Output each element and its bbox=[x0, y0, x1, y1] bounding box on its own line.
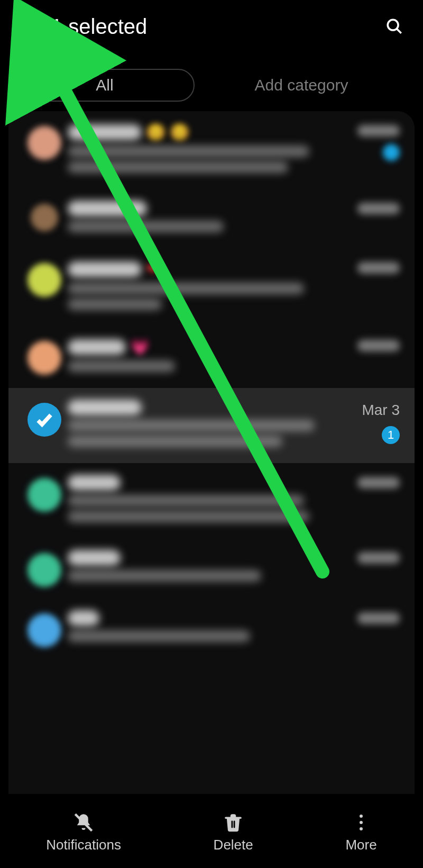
svg-rect-3 bbox=[225, 817, 242, 819]
svg-point-0 bbox=[388, 20, 398, 30]
conversation-item[interactable]: 😊😊 bbox=[8, 111, 415, 189]
conversation-item[interactable]: ❤ bbox=[8, 248, 415, 326]
tab-all[interactable]: All bbox=[15, 69, 195, 102]
bell-off-icon bbox=[72, 811, 95, 834]
conversation-time: Mar 3 bbox=[362, 402, 400, 419]
avatar bbox=[27, 263, 61, 297]
conversation-list: 😊😊 ❤ bbox=[8, 111, 415, 794]
conversation-item[interactable] bbox=[8, 189, 415, 248]
conversation-time bbox=[357, 203, 400, 214]
selection-count-title: 1 selected bbox=[51, 15, 147, 39]
category-tab-row: All Add category bbox=[0, 64, 423, 111]
more-button[interactable]: More bbox=[345, 811, 376, 853]
avatar bbox=[27, 341, 61, 375]
delete-button[interactable]: Delete bbox=[214, 811, 253, 853]
avatar bbox=[31, 204, 58, 231]
selected-check-icon bbox=[27, 403, 61, 437]
notifications-label: Notifications bbox=[46, 837, 121, 853]
notifications-button[interactable]: Notifications bbox=[46, 811, 121, 853]
search-icon bbox=[385, 17, 403, 35]
avatar bbox=[27, 478, 61, 512]
add-category-button[interactable]: Add category bbox=[195, 76, 408, 94]
unread-count-badge: 1 bbox=[382, 426, 400, 444]
delete-label: Delete bbox=[214, 837, 253, 853]
conversation-time bbox=[357, 477, 400, 489]
avatar bbox=[27, 613, 61, 647]
more-label: More bbox=[345, 837, 376, 853]
conversation-time bbox=[357, 552, 400, 564]
avatar bbox=[27, 126, 61, 160]
svg-line-1 bbox=[397, 29, 401, 33]
conversation-item[interactable] bbox=[8, 599, 415, 659]
conversation-item[interactable] bbox=[8, 538, 415, 599]
select-all-button[interactable]: All bbox=[13, 13, 36, 53]
conversation-item[interactable]: 💗 bbox=[8, 326, 415, 388]
svg-rect-4 bbox=[232, 820, 233, 828]
selection-header: All 1 selected bbox=[0, 0, 423, 64]
svg-rect-5 bbox=[234, 820, 235, 828]
conversation-item-selected[interactable]: Mar 3 1 bbox=[8, 388, 415, 463]
bottom-action-bar: Notifications Delete More bbox=[0, 794, 423, 868]
conversation-time bbox=[357, 262, 400, 274]
avatar bbox=[27, 553, 61, 587]
conversation-time bbox=[357, 125, 400, 137]
trash-icon bbox=[222, 811, 244, 834]
unread-indicator-icon bbox=[383, 144, 400, 161]
conversation-item[interactable] bbox=[8, 463, 415, 538]
select-all-checkbox-icon bbox=[13, 13, 36, 36]
search-button[interactable] bbox=[383, 15, 406, 38]
conversation-time bbox=[357, 612, 400, 624]
more-vertical-icon bbox=[360, 811, 363, 834]
conversation-time bbox=[357, 340, 400, 351]
select-all-label: All bbox=[18, 39, 31, 53]
